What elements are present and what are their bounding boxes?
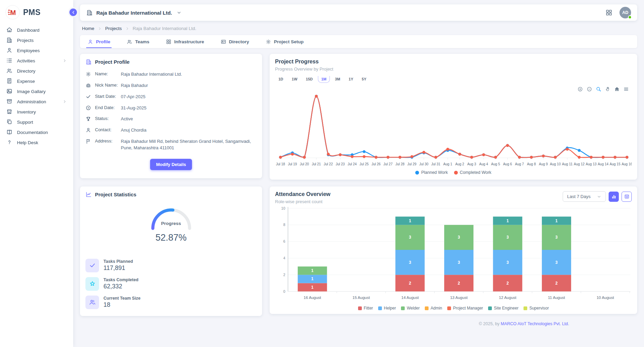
legend-item-admin[interactable]: Admin xyxy=(425,306,442,311)
home-solid-icon[interactable] xyxy=(614,86,620,92)
profile-fields: Name: Raja Bahadur International Ltd. Ni… xyxy=(85,71,257,151)
sidebar-item-label: Directory xyxy=(17,69,35,74)
svg-text:2: 2 xyxy=(506,281,509,286)
chart-view-button[interactable] xyxy=(609,192,619,202)
pan-icon[interactable] xyxy=(605,86,611,92)
legend-item-completed-work[interactable]: Completed Work xyxy=(454,170,492,175)
svg-text:1: 1 xyxy=(311,268,313,273)
selection-zoom-icon[interactable] xyxy=(596,86,601,92)
svg-text:2: 2 xyxy=(458,281,460,286)
sidebar-item-documentation[interactable]: Documentation xyxy=(0,127,73,137)
range-1m[interactable]: 1M xyxy=(318,76,330,83)
breadcrumb-projects[interactable]: Projects xyxy=(105,26,122,31)
sidebar-item-support[interactable]: Support xyxy=(0,117,73,127)
profile-field-address-: Address: Raja Bahadur Mill Rd, behind Sh… xyxy=(85,138,257,151)
sidebar-item-dashboard[interactable]: Dashboard xyxy=(0,25,73,35)
chevron-right-icon xyxy=(97,26,102,31)
profile-field-start-date-: Start Date: 07-Apr-2025 xyxy=(85,93,257,100)
svg-text:3: 3 xyxy=(506,235,509,240)
chevron-right-icon xyxy=(125,26,130,31)
stat-tasks-planned: Tasks Planned 117,891 xyxy=(85,259,257,272)
svg-text:Aug 15: Aug 15 xyxy=(610,162,621,166)
breadcrumb-home[interactable]: Home xyxy=(82,26,94,31)
sidebar-item-employees[interactable]: Employees xyxy=(0,45,73,56)
stat-rows: Tasks Planned 117,891 Tasks Completed 62… xyxy=(85,259,257,309)
legend-item-welder[interactable]: Welder xyxy=(401,306,420,311)
tab-project-setup[interactable]: Project Setup xyxy=(265,35,304,48)
line-chart-wrap: Jul 18Jul 19Jul 20Jul 21Jul 22Jul 23Jul … xyxy=(275,86,632,175)
progress-card-subtitle: Progress Overview by Project xyxy=(275,66,632,72)
project-progress-chart[interactable]: Jul 18Jul 19Jul 20Jul 21Jul 22Jul 23Jul … xyxy=(275,86,632,170)
legend-item-planned-work[interactable]: Planned Work xyxy=(415,170,448,175)
sidebar-item-help-desk[interactable]: Help Desk xyxy=(0,137,73,148)
chevron-left-icon xyxy=(71,10,76,15)
profile-field-nick-name-: Nick Name: Raja Bahadur xyxy=(85,82,257,89)
attendance-chart[interactable]: 024681016 August11115 August14 August233… xyxy=(275,204,632,305)
modify-details-button[interactable]: Modify Details xyxy=(150,159,192,170)
fingerprint-icon xyxy=(85,82,92,89)
svg-text:Jul 21: Jul 21 xyxy=(312,162,321,166)
range-3m[interactable]: 3M xyxy=(332,76,343,83)
tab-profile[interactable]: Profile xyxy=(87,35,110,48)
tab-infrastructure[interactable]: Infrastructure xyxy=(166,35,204,48)
apps-grid-button[interactable] xyxy=(605,9,613,16)
sidebar-item-label: Inventory xyxy=(17,109,36,115)
people-icon xyxy=(127,39,132,45)
range-1y[interactable]: 1Y xyxy=(345,76,356,83)
app-logo[interactable]: M PMS xyxy=(0,0,73,25)
footer-company-link[interactable]: MARCO AIoT Technologies Pvt. Ltd. xyxy=(501,321,569,326)
org-switcher[interactable]: Raja Bahadur International Ltd. xyxy=(86,9,182,16)
svg-text:M: M xyxy=(10,9,16,16)
help-icon xyxy=(6,139,13,146)
avatar[interactable]: AD xyxy=(619,7,631,18)
book-icon xyxy=(6,129,13,136)
sidebar-item-directory[interactable]: Directory xyxy=(0,66,73,76)
stat-value: 18 xyxy=(103,301,141,308)
menu-icon[interactable] xyxy=(623,86,629,92)
table-view-button[interactable] xyxy=(622,192,632,202)
home-icon xyxy=(6,27,13,33)
breadcrumb: HomeProjectsRaja Bahadur International L… xyxy=(82,26,635,31)
field-label: Nick Name: xyxy=(95,82,121,88)
svg-text:Aug 13: Aug 13 xyxy=(586,162,597,166)
building-icon xyxy=(86,9,93,16)
legend-item-site-engineer[interactable]: Site Engineer xyxy=(488,306,518,311)
svg-text:Aug 1: Aug 1 xyxy=(443,162,452,166)
stat-value: 117,891 xyxy=(103,265,133,272)
check-icon xyxy=(85,94,92,100)
stat-label: Tasks Completed xyxy=(103,277,139,282)
zoom-out-icon[interactable] xyxy=(586,86,592,92)
range-1w[interactable]: 1W xyxy=(288,76,301,83)
svg-text:0: 0 xyxy=(283,289,285,293)
zoom-in-icon[interactable] xyxy=(577,86,583,92)
target-icon xyxy=(85,105,92,111)
sidebar-item-inventory[interactable]: Inventory xyxy=(0,107,73,117)
sidebar-item-administration[interactable]: Administration xyxy=(0,96,73,107)
tab-directory[interactable]: Directory xyxy=(221,35,249,48)
svg-text:1: 1 xyxy=(506,218,509,223)
field-value: 07-Apr-2025 xyxy=(121,93,145,100)
range-15d[interactable]: 15D xyxy=(303,76,316,83)
legend-item-supervisor[interactable]: Supervisor xyxy=(524,306,549,311)
tab-label: Project Setup xyxy=(274,39,304,44)
trophy-icon xyxy=(85,116,92,122)
tab-teams[interactable]: Teams xyxy=(127,35,149,48)
sidebar-collapse-button[interactable] xyxy=(68,7,78,17)
legend-item-fitter[interactable]: Fitter xyxy=(358,306,373,311)
chevron-down-icon xyxy=(597,194,601,199)
legend-marker xyxy=(378,306,382,310)
svg-text:6: 6 xyxy=(283,239,285,243)
sidebar-item-activities[interactable]: Activities xyxy=(0,56,73,66)
range-1d[interactable]: 1D xyxy=(275,76,287,83)
sidebar-item-expense[interactable]: Expense xyxy=(0,76,73,86)
legend-item-helper[interactable]: Helper xyxy=(378,306,396,311)
sidebar-item-image-gallary[interactable]: Image Gallary xyxy=(0,86,73,96)
profile-card-header: Project Profile xyxy=(85,59,257,65)
sidebar-item-projects[interactable]: Projects xyxy=(0,35,73,45)
store-icon xyxy=(6,108,13,115)
profile-card-title: Project Profile xyxy=(95,59,130,65)
range-5y[interactable]: 5Y xyxy=(358,76,370,83)
legend-item-project-manager[interactable]: Project Manager xyxy=(447,306,483,311)
field-value: Raja Bahadur International Ltd. xyxy=(121,71,182,78)
date-range-select[interactable]: Last 7 Days xyxy=(563,191,606,202)
